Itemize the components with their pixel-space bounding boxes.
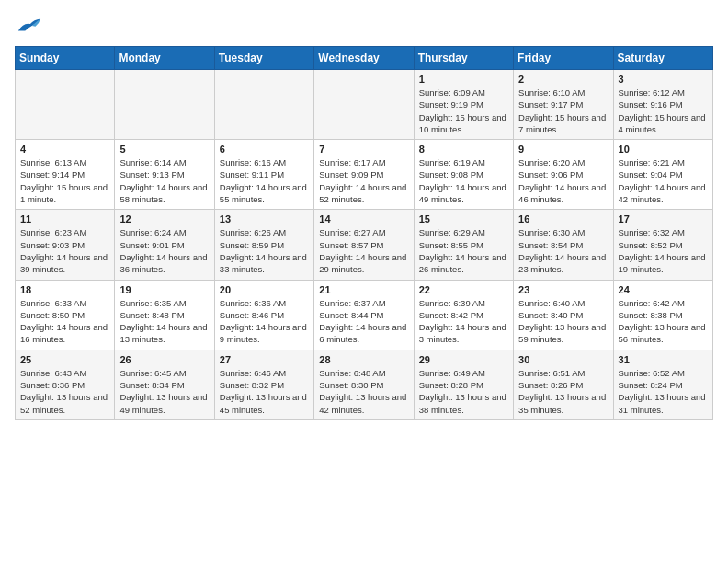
calendar-cell: 11Sunrise: 6:23 AM Sunset: 9:03 PM Dayli… — [16, 210, 115, 280]
day-info: Sunrise: 6:36 AM Sunset: 8:46 PM Dayligh… — [220, 297, 309, 346]
day-number: 15 — [419, 213, 508, 224]
day-info: Sunrise: 6:20 AM Sunset: 9:06 PM Dayligh… — [518, 156, 608, 205]
day-info: Sunrise: 6:49 AM Sunset: 8:28 PM Dayligh… — [419, 367, 508, 416]
day-info: Sunrise: 6:24 AM Sunset: 9:01 PM Dayligh… — [119, 226, 209, 275]
day-number: 9 — [518, 144, 608, 155]
day-number: 13 — [220, 213, 309, 224]
day-number: 25 — [20, 354, 109, 365]
day-number: 8 — [419, 144, 508, 155]
calendar-cell: 27Sunrise: 6:46 AM Sunset: 8:32 PM Dayli… — [214, 350, 313, 419]
calendar-cell: 7Sunrise: 6:17 AM Sunset: 9:09 PM Daylig… — [314, 140, 414, 210]
day-info: Sunrise: 6:48 AM Sunset: 8:30 PM Dayligh… — [319, 367, 408, 416]
header-saturday: Saturday — [613, 47, 712, 70]
calendar-week-5: 25Sunrise: 6:43 AM Sunset: 8:36 PM Dayli… — [16, 350, 713, 419]
calendar-cell: 2Sunrise: 6:10 AM Sunset: 9:17 PM Daylig… — [514, 70, 613, 140]
day-number: 29 — [419, 354, 508, 365]
day-number: 23 — [518, 284, 608, 295]
day-number: 6 — [220, 144, 309, 155]
day-number: 2 — [518, 74, 608, 85]
day-info: Sunrise: 6:32 AM Sunset: 8:52 PM Dayligh… — [619, 226, 708, 275]
calendar-cell: 5Sunrise: 6:14 AM Sunset: 9:13 PM Daylig… — [115, 140, 214, 210]
calendar-cell: 19Sunrise: 6:35 AM Sunset: 8:48 PM Dayli… — [115, 280, 214, 350]
day-number: 21 — [319, 284, 408, 295]
day-info: Sunrise: 6:52 AM Sunset: 8:24 PM Dayligh… — [619, 367, 708, 416]
calendar-cell: 21Sunrise: 6:37 AM Sunset: 8:44 PM Dayli… — [314, 280, 414, 350]
day-number: 19 — [119, 284, 209, 295]
day-info: Sunrise: 6:09 AM Sunset: 9:19 PM Dayligh… — [419, 86, 508, 135]
calendar-cell — [314, 70, 414, 140]
day-info: Sunrise: 6:35 AM Sunset: 8:48 PM Dayligh… — [119, 297, 209, 346]
header-thursday: Thursday — [414, 47, 513, 70]
header-sunday: Sunday — [16, 47, 115, 70]
day-number: 26 — [119, 354, 209, 365]
day-number: 11 — [20, 213, 109, 224]
day-info: Sunrise: 6:17 AM Sunset: 9:09 PM Dayligh… — [319, 156, 408, 205]
day-info: Sunrise: 6:12 AM Sunset: 9:16 PM Dayligh… — [619, 86, 708, 135]
day-number: 31 — [619, 354, 708, 365]
calendar-cell: 25Sunrise: 6:43 AM Sunset: 8:36 PM Dayli… — [16, 350, 115, 419]
header-friday: Friday — [514, 47, 613, 70]
day-number: 7 — [319, 144, 408, 155]
day-number: 14 — [319, 213, 408, 224]
calendar-cell: 30Sunrise: 6:51 AM Sunset: 8:26 PM Dayli… — [514, 350, 613, 419]
calendar-cell: 8Sunrise: 6:19 AM Sunset: 9:08 PM Daylig… — [414, 140, 513, 210]
day-number: 4 — [20, 144, 109, 155]
calendar-week-3: 11Sunrise: 6:23 AM Sunset: 9:03 PM Dayli… — [16, 210, 713, 280]
day-info: Sunrise: 6:26 AM Sunset: 8:59 PM Dayligh… — [220, 226, 309, 275]
day-info: Sunrise: 6:14 AM Sunset: 9:13 PM Dayligh… — [119, 156, 209, 205]
calendar-cell: 6Sunrise: 6:16 AM Sunset: 9:11 PM Daylig… — [214, 140, 313, 210]
day-number: 24 — [619, 284, 708, 295]
calendar-cell: 20Sunrise: 6:36 AM Sunset: 8:46 PM Dayli… — [214, 280, 313, 350]
day-info: Sunrise: 6:37 AM Sunset: 8:44 PM Dayligh… — [319, 297, 408, 346]
day-number: 10 — [619, 144, 708, 155]
day-number: 12 — [119, 213, 209, 224]
day-info: Sunrise: 6:16 AM Sunset: 9:11 PM Dayligh… — [220, 156, 309, 205]
calendar-cell — [16, 70, 115, 140]
day-info: Sunrise: 6:51 AM Sunset: 8:26 PM Dayligh… — [518, 367, 608, 416]
day-info: Sunrise: 6:13 AM Sunset: 9:14 PM Dayligh… — [20, 156, 109, 205]
calendar-cell: 23Sunrise: 6:40 AM Sunset: 8:40 PM Dayli… — [514, 280, 613, 350]
day-number: 22 — [419, 284, 508, 295]
day-info: Sunrise: 6:43 AM Sunset: 8:36 PM Dayligh… — [20, 367, 109, 416]
day-number: 18 — [20, 284, 109, 295]
header-wednesday: Wednesday — [314, 47, 414, 70]
day-number: 1 — [419, 74, 508, 85]
calendar-cell: 16Sunrise: 6:30 AM Sunset: 8:54 PM Dayli… — [514, 210, 613, 280]
calendar-cell: 29Sunrise: 6:49 AM Sunset: 8:28 PM Dayli… — [414, 350, 513, 419]
calendar-cell: 17Sunrise: 6:32 AM Sunset: 8:52 PM Dayli… — [613, 210, 712, 280]
calendar-cell: 1Sunrise: 6:09 AM Sunset: 9:19 PM Daylig… — [414, 70, 513, 140]
day-info: Sunrise: 6:19 AM Sunset: 9:08 PM Dayligh… — [419, 156, 508, 205]
day-number: 27 — [220, 354, 309, 365]
day-info: Sunrise: 6:23 AM Sunset: 9:03 PM Dayligh… — [20, 226, 109, 275]
day-number: 16 — [518, 213, 608, 224]
calendar-cell: 15Sunrise: 6:29 AM Sunset: 8:55 PM Dayli… — [414, 210, 513, 280]
day-number: 17 — [619, 213, 708, 224]
calendar-cell: 31Sunrise: 6:52 AM Sunset: 8:24 PM Dayli… — [613, 350, 712, 419]
day-info: Sunrise: 6:33 AM Sunset: 8:50 PM Dayligh… — [20, 297, 109, 346]
day-info: Sunrise: 6:21 AM Sunset: 9:04 PM Dayligh… — [619, 156, 708, 205]
calendar-cell: 3Sunrise: 6:12 AM Sunset: 9:16 PM Daylig… — [613, 70, 712, 140]
header-monday: Monday — [115, 47, 214, 70]
day-info: Sunrise: 6:46 AM Sunset: 8:32 PM Dayligh… — [220, 367, 309, 416]
calendar-cell: 22Sunrise: 6:39 AM Sunset: 8:42 PM Dayli… — [414, 280, 513, 350]
day-info: Sunrise: 6:10 AM Sunset: 9:17 PM Dayligh… — [518, 86, 608, 135]
calendar-cell — [214, 70, 313, 140]
day-number: 5 — [119, 144, 209, 155]
calendar-cell: 14Sunrise: 6:27 AM Sunset: 8:57 PM Dayli… — [314, 210, 414, 280]
day-number: 28 — [319, 354, 408, 365]
day-info: Sunrise: 6:39 AM Sunset: 8:42 PM Dayligh… — [419, 297, 508, 346]
calendar-cell — [115, 70, 214, 140]
calendar-cell: 9Sunrise: 6:20 AM Sunset: 9:06 PM Daylig… — [514, 140, 613, 210]
calendar-week-4: 18Sunrise: 6:33 AM Sunset: 8:50 PM Dayli… — [16, 280, 713, 350]
calendar-cell: 24Sunrise: 6:42 AM Sunset: 8:38 PM Dayli… — [613, 280, 712, 350]
logo-bird-icon — [17, 15, 42, 35]
calendar-header-row: SundayMondayTuesdayWednesdayThursdayFrid… — [16, 47, 713, 70]
page-header — [15, 15, 713, 35]
day-number: 30 — [518, 354, 608, 365]
calendar-week-1: 1Sunrise: 6:09 AM Sunset: 9:19 PM Daylig… — [16, 70, 713, 140]
calendar-cell: 26Sunrise: 6:45 AM Sunset: 8:34 PM Dayli… — [115, 350, 214, 419]
calendar-week-2: 4Sunrise: 6:13 AM Sunset: 9:14 PM Daylig… — [16, 140, 713, 210]
day-number: 3 — [619, 74, 708, 85]
day-info: Sunrise: 6:30 AM Sunset: 8:54 PM Dayligh… — [518, 226, 608, 275]
calendar-cell: 18Sunrise: 6:33 AM Sunset: 8:50 PM Dayli… — [16, 280, 115, 350]
